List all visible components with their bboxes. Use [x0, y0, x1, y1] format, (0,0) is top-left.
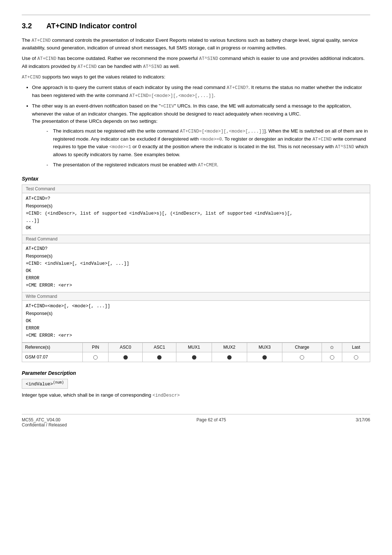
page-content: 3.2 AT+CIND Indicator control The AT+CIN…: [0, 0, 392, 442]
asc1-col-header: ASC1: [142, 343, 176, 352]
asc1-value: [142, 352, 176, 362]
circle-filled-mux3: [262, 355, 267, 360]
footer-date: 3/17/06: [356, 417, 370, 428]
mux3-col-header: MUX3: [247, 343, 282, 352]
write-command-content: AT+CIND=<mode>[, <mode>[, ...]] Response…: [22, 301, 370, 342]
charge-value: [282, 352, 322, 362]
ref-value: GSM 07.07: [22, 352, 83, 362]
ref-col-header: Reference(s): [22, 343, 83, 352]
circle-filled-mux1: [192, 355, 196, 360]
section-title: 3.2 AT+CIND Indicator control: [22, 22, 370, 30]
supports-text: AT+CIND supports two ways to get the val…: [22, 73, 370, 81]
footer-left: MC55_ATC_V04.00 Confidential / Released: [22, 417, 67, 428]
write-command-header: Write Command: [22, 292, 370, 301]
circle-filled-mux2: [227, 355, 232, 360]
pin-value: [82, 352, 109, 362]
top-border: [22, 15, 370, 15]
param-box: <indValue>(num): [22, 379, 68, 389]
mux3-value: [247, 352, 282, 362]
read-command-header: Read Command: [22, 235, 370, 243]
star-value: [322, 352, 342, 362]
param-description: Integer type value, which shall be in ra…: [22, 392, 370, 399]
bullet-list: One approach is to query the current sta…: [32, 84, 370, 169]
mux1-value: [176, 352, 212, 362]
footer-center: Page 62 of 475: [196, 417, 226, 428]
mux1-col-header: MUX1: [176, 343, 212, 352]
ref-row: GSM 07.07: [22, 352, 370, 362]
circle-empty-last: [354, 355, 358, 360]
param-section: Parameter Description <indValue>(num) In…: [22, 370, 370, 400]
circle-empty-pin: [93, 355, 98, 360]
write-command-section: Write Command AT+CIND=<mode>[, <mode>[, …: [22, 292, 370, 343]
section-number: 3.2: [22, 22, 32, 30]
circle-filled-asc1: [157, 355, 162, 360]
test-command-section: Test Command AT+CIND=? Response(s) +CIND…: [22, 185, 370, 235]
read-command-section: Read Command AT+CIND? Response(s) +CIND:…: [22, 235, 370, 292]
footer-doc-id: MC55_ATC_V04.00: [22, 417, 67, 422]
syntax-label: Syntax: [22, 176, 370, 182]
pin-col-header: PIN: [82, 343, 109, 352]
read-command-content: AT+CIND? Response(s) +CIND: <indValue>[,…: [22, 243, 370, 292]
dash-list: The indicators must be registered with t…: [46, 127, 370, 169]
asc0-col-header: ASC0: [109, 343, 142, 352]
mux2-value: [212, 352, 247, 362]
mux2-col-header: MUX2: [212, 343, 247, 352]
param-section-label: Parameter Description: [22, 370, 370, 376]
intro-paragraph-1: The AT+CIND command controls the present…: [22, 37, 370, 52]
bullet-item-1: One approach is to query the current sta…: [32, 84, 370, 100]
footer-confidential: Confidential / Released: [22, 422, 67, 428]
section-heading: AT+CIND Indicator control: [46, 22, 137, 30]
circle-filled-asc0: [123, 355, 128, 360]
circle-empty-star: [330, 355, 334, 360]
intro-paragraph-2: Use of AT+CIND has become outdated. Rath…: [22, 55, 370, 70]
asc0-value: [109, 352, 142, 362]
last-col-header: Last: [342, 343, 370, 352]
bullet-item-2: The other way is an event-driven notific…: [32, 102, 370, 169]
star-col-header: ✩: [322, 343, 342, 352]
last-value: [342, 352, 370, 362]
dash-item-2: The presentation of the registered indic…: [46, 161, 370, 169]
circle-empty-charge: [300, 355, 304, 360]
footer: MC55_ATC_V04.00 Confidential / Released …: [22, 414, 370, 428]
reference-table: Reference(s) PIN ASC0 ASC1 MUX1 MUX2 MUX…: [22, 343, 370, 362]
test-command-content: AT+CIND=? Response(s) +CIND: (<indDescr>…: [22, 193, 370, 235]
test-command-header: Test Command: [22, 185, 370, 193]
charge-col-header: Charge: [282, 343, 322, 352]
dash-item-1: The indicators must be registered with t…: [46, 127, 370, 158]
